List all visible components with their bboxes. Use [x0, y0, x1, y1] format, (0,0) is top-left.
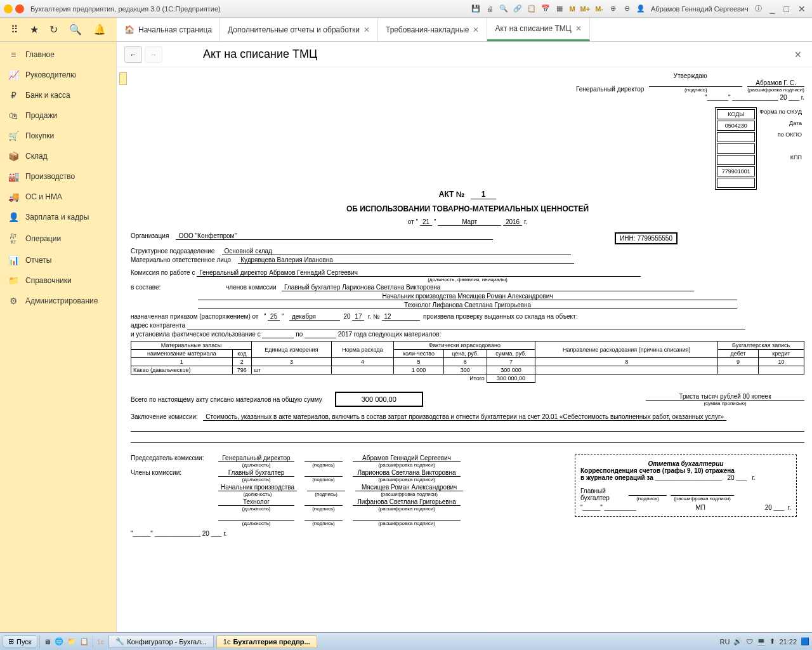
- document-area[interactable]: Утверждаю Генеральный директор (подпись)…: [117, 67, 812, 632]
- sig-sub: (расшифровка подписи): [353, 477, 461, 482]
- codes-labels: Форма по ОКУД Дата по ОКПО КПП: [757, 107, 804, 176]
- tab-home[interactable]: 🏠 Начальная страница: [117, 18, 220, 41]
- codes-box: КОДЫ 0504230 779901001: [715, 107, 757, 190]
- calc-icon[interactable]: 📋: [525, 3, 538, 15]
- sidebar-item-admin[interactable]: ⚙Администрирование: [0, 291, 116, 311]
- th-sum: сумма, руб.: [487, 350, 535, 358]
- margin-marker: [119, 72, 127, 85]
- clock[interactable]: 21:22: [779, 638, 797, 646]
- m-plus-btn[interactable]: M+: [579, 5, 593, 13]
- acc-note-hdr: Отметка бухгалтерии: [580, 460, 791, 467]
- preview-icon[interactable]: 🔍: [497, 3, 510, 15]
- tray-icon[interactable]: 💻: [757, 637, 766, 646]
- zoom-in-icon[interactable]: ⊕: [606, 3, 619, 15]
- tab-requirements[interactable]: Требования-накладные ✕: [378, 18, 487, 41]
- lang-indicator[interactable]: RU: [720, 638, 730, 646]
- th-norm: Норма расхода: [331, 342, 393, 358]
- tab-close-icon[interactable]: ✕: [363, 25, 370, 34]
- sidebar-item-hr[interactable]: 👤Зарплата и кадры: [0, 207, 116, 227]
- task-configurator[interactable]: 🔧Конфигуратор - Бухгал...: [108, 635, 214, 648]
- members-label: Члены комиссии:: [131, 469, 213, 476]
- quick-launch-icon[interactable]: 📋: [78, 637, 91, 646]
- cell-name: Какао (давальческое): [131, 366, 233, 375]
- apps-icon[interactable]: ⠿: [11, 23, 18, 36]
- sidebar-item-warehouse[interactable]: 📦Склад: [0, 146, 116, 166]
- tab-close-icon[interactable]: ✕: [473, 25, 479, 34]
- sidebar-label: Отчеты: [25, 256, 51, 265]
- calendar-icon[interactable]: 📅: [539, 3, 552, 15]
- tab-reports[interactable]: Дополнительные отчеты и обработки ✕: [220, 18, 378, 41]
- minimize-btn[interactable]: _: [766, 4, 779, 14]
- struct-value: Основной склад: [222, 248, 571, 255]
- link-icon[interactable]: 🔗: [511, 3, 524, 15]
- tab-label: Акт на списание ТМЦ: [495, 24, 571, 33]
- yr: г.: [788, 504, 791, 511]
- sidebar-item-reports[interactable]: 📊Отчеты: [0, 250, 116, 270]
- sidebar-item-sales[interactable]: 🛍Продажи: [0, 105, 116, 126]
- tray-icon[interactable]: 🟦: [801, 637, 809, 646]
- task-accounting[interactable]: 1cБухгалтерия предпр...: [216, 635, 317, 648]
- okpo-label: по ОКПО: [757, 130, 804, 142]
- tab-label: Требования-накладные: [386, 25, 469, 34]
- back-button[interactable]: ←: [124, 46, 142, 63]
- task-icon: 1c: [223, 638, 231, 646]
- save-icon[interactable]: 💾: [469, 3, 482, 15]
- acc-note-l2: в журнале операций за: [580, 474, 653, 481]
- report-icon: 📊: [8, 255, 19, 265]
- date-label: Дата: [757, 119, 804, 130]
- quick-launch-icon[interactable]: 🖥: [42, 638, 53, 646]
- start-button[interactable]: ⊞ Пуск: [3, 635, 37, 647]
- close-btn[interactable]: ✕: [794, 4, 809, 14]
- sidebar-item-main[interactable]: ≡Главное: [0, 44, 116, 65]
- zoom-out-icon[interactable]: ⊖: [620, 3, 633, 15]
- print-icon[interactable]: 🖨: [483, 3, 496, 15]
- task-icon: 🔧: [115, 637, 124, 646]
- usage-year: 2017 года следующих материалов:: [338, 331, 442, 338]
- search-icon[interactable]: 🔍: [69, 23, 82, 36]
- th-qty: коли-чество: [394, 350, 444, 358]
- sidebar-item-manager[interactable]: 📈Руководителю: [0, 65, 116, 85]
- sidebar-item-operations[interactable]: ДтКтОперации: [0, 227, 116, 250]
- tray-icon[interactable]: ⬆: [769, 637, 775, 646]
- ot-label: от: [408, 218, 414, 225]
- tab-close-icon[interactable]: ✕: [575, 24, 582, 33]
- sig-sub: (подпись): [304, 521, 343, 526]
- cell-sum: 300 000: [487, 366, 535, 375]
- info-icon[interactable]: ⓘ: [752, 3, 765, 15]
- quick-launch-icon[interactable]: 🌐: [53, 637, 65, 646]
- sidebar-item-bank[interactable]: ₽Банк и касса: [0, 85, 116, 105]
- forward-button[interactable]: →: [145, 46, 162, 63]
- glavbukh-label: Главный бухгалтер: [580, 488, 625, 501]
- document: Утверждаю Генеральный директор (подпись)…: [119, 72, 804, 556]
- user-name[interactable]: Абрамов Геннадий Сергеевич: [648, 5, 751, 13]
- maximize-btn[interactable]: □: [780, 4, 793, 14]
- prikaz-tail: произвела проверку выданных со склада на…: [423, 313, 577, 320]
- history-icon[interactable]: ↻: [49, 23, 58, 36]
- sidebar-item-purchases[interactable]: 🛒Покупки: [0, 126, 116, 146]
- tab-act[interactable]: Акт на списание ТМЦ ✕: [487, 18, 589, 41]
- star-icon[interactable]: ★: [30, 23, 39, 36]
- th-code: код: [232, 350, 251, 358]
- quick-launch-1c-icon[interactable]: 1c: [95, 638, 107, 646]
- m-minus-btn[interactable]: M-: [593, 5, 605, 13]
- adres-label: адрес контрагента: [131, 322, 185, 329]
- sidebar-item-production[interactable]: 🏭Производство: [0, 166, 116, 187]
- tray-icon[interactable]: 🛡: [746, 638, 753, 646]
- sig-sub: (должность): [218, 462, 294, 468]
- m-btn[interactable]: M: [567, 5, 577, 13]
- sig-name: Ларионова Светлана Викторовна: [353, 469, 461, 477]
- grid-icon[interactable]: ▦: [553, 3, 566, 15]
- content-close-icon[interactable]: ✕: [792, 47, 804, 62]
- inn-label: ИНН:: [620, 235, 635, 242]
- sidebar-item-assets[interactable]: 🚚ОС и НМА: [0, 187, 116, 207]
- bell-icon[interactable]: 🔔: [93, 23, 106, 36]
- act-title: ОБ ИСПОЛЬЗОВАНИИ ТОВАРНО-МАТЕРИАЛЬНЫХ ЦЕ…: [131, 204, 804, 213]
- tabs: 🏠 Начальная страница Дополнительные отче…: [117, 18, 812, 41]
- zakl-text: Стоимость, указанных в акте материалов, …: [203, 413, 726, 421]
- quick-launch-icon[interactable]: 📁: [65, 637, 78, 646]
- sidebar-item-catalogs[interactable]: 📁Справочники: [0, 270, 116, 291]
- page-title: Акт на списание ТМЦ: [203, 48, 317, 61]
- sig-name: Лифанова Светлана Григорьевна: [353, 498, 461, 506]
- tray-icon[interactable]: 🔊: [733, 637, 742, 646]
- yr: г.: [223, 530, 226, 537]
